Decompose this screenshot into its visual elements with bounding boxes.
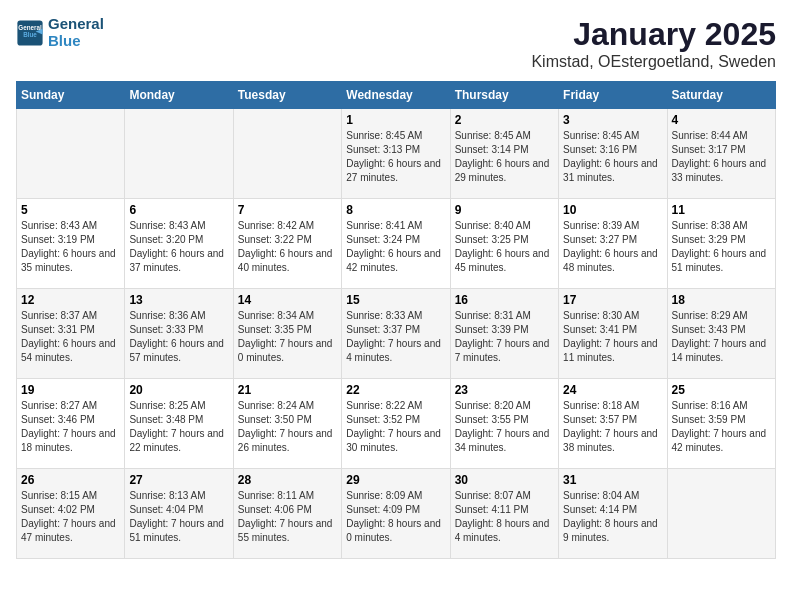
day-info: Sunrise: 8:24 AM Sunset: 3:50 PM Dayligh… — [238, 399, 337, 455]
title-area: January 2025 Kimstad, OEstergoetland, Sw… — [531, 16, 776, 71]
calendar-cell: 31Sunrise: 8:04 AM Sunset: 4:14 PM Dayli… — [559, 469, 667, 559]
calendar-cell: 2Sunrise: 8:45 AM Sunset: 3:14 PM Daylig… — [450, 109, 558, 199]
day-info: Sunrise: 8:13 AM Sunset: 4:04 PM Dayligh… — [129, 489, 228, 545]
day-info: Sunrise: 8:38 AM Sunset: 3:29 PM Dayligh… — [672, 219, 771, 275]
day-info: Sunrise: 8:27 AM Sunset: 3:46 PM Dayligh… — [21, 399, 120, 455]
day-number: 3 — [563, 113, 662, 127]
logo-line2: Blue — [48, 33, 104, 50]
day-number: 15 — [346, 293, 445, 307]
day-number: 14 — [238, 293, 337, 307]
calendar-cell: 26Sunrise: 8:15 AM Sunset: 4:02 PM Dayli… — [17, 469, 125, 559]
calendar-cell: 18Sunrise: 8:29 AM Sunset: 3:43 PM Dayli… — [667, 289, 775, 379]
day-number: 26 — [21, 473, 120, 487]
svg-text:General: General — [18, 24, 42, 31]
day-info: Sunrise: 8:43 AM Sunset: 3:20 PM Dayligh… — [129, 219, 228, 275]
calendar-cell: 17Sunrise: 8:30 AM Sunset: 3:41 PM Dayli… — [559, 289, 667, 379]
day-info: Sunrise: 8:04 AM Sunset: 4:14 PM Dayligh… — [563, 489, 662, 545]
calendar-cell: 6Sunrise: 8:43 AM Sunset: 3:20 PM Daylig… — [125, 199, 233, 289]
day-number: 24 — [563, 383, 662, 397]
day-info: Sunrise: 8:45 AM Sunset: 3:16 PM Dayligh… — [563, 129, 662, 185]
day-number: 8 — [346, 203, 445, 217]
header-wednesday: Wednesday — [342, 82, 450, 109]
day-number: 28 — [238, 473, 337, 487]
day-info: Sunrise: 8:43 AM Sunset: 3:19 PM Dayligh… — [21, 219, 120, 275]
day-number: 23 — [455, 383, 554, 397]
day-info: Sunrise: 8:31 AM Sunset: 3:39 PM Dayligh… — [455, 309, 554, 365]
calendar-cell — [125, 109, 233, 199]
day-number: 10 — [563, 203, 662, 217]
day-number: 1 — [346, 113, 445, 127]
calendar-cell: 24Sunrise: 8:18 AM Sunset: 3:57 PM Dayli… — [559, 379, 667, 469]
day-info: Sunrise: 8:20 AM Sunset: 3:55 PM Dayligh… — [455, 399, 554, 455]
calendar-cell: 19Sunrise: 8:27 AM Sunset: 3:46 PM Dayli… — [17, 379, 125, 469]
day-info: Sunrise: 8:37 AM Sunset: 3:31 PM Dayligh… — [21, 309, 120, 365]
day-number: 21 — [238, 383, 337, 397]
page-subtitle: Kimstad, OEstergoetland, Sweden — [531, 53, 776, 71]
calendar-cell: 30Sunrise: 8:07 AM Sunset: 4:11 PM Dayli… — [450, 469, 558, 559]
calendar-cell: 16Sunrise: 8:31 AM Sunset: 3:39 PM Dayli… — [450, 289, 558, 379]
calendar-cell: 15Sunrise: 8:33 AM Sunset: 3:37 PM Dayli… — [342, 289, 450, 379]
calendar-cell: 29Sunrise: 8:09 AM Sunset: 4:09 PM Dayli… — [342, 469, 450, 559]
calendar-cell: 9Sunrise: 8:40 AM Sunset: 3:25 PM Daylig… — [450, 199, 558, 289]
page-title: January 2025 — [531, 16, 776, 53]
header-thursday: Thursday — [450, 82, 558, 109]
day-info: Sunrise: 8:30 AM Sunset: 3:41 PM Dayligh… — [563, 309, 662, 365]
logo-line1: General — [48, 16, 104, 33]
calendar-cell: 13Sunrise: 8:36 AM Sunset: 3:33 PM Dayli… — [125, 289, 233, 379]
day-number: 25 — [672, 383, 771, 397]
day-number: 20 — [129, 383, 228, 397]
calendar-cell: 25Sunrise: 8:16 AM Sunset: 3:59 PM Dayli… — [667, 379, 775, 469]
day-info: Sunrise: 8:09 AM Sunset: 4:09 PM Dayligh… — [346, 489, 445, 545]
calendar-cell: 4Sunrise: 8:44 AM Sunset: 3:17 PM Daylig… — [667, 109, 775, 199]
day-number: 31 — [563, 473, 662, 487]
week-row-4: 26Sunrise: 8:15 AM Sunset: 4:02 PM Dayli… — [17, 469, 776, 559]
day-info: Sunrise: 8:22 AM Sunset: 3:52 PM Dayligh… — [346, 399, 445, 455]
calendar-cell: 14Sunrise: 8:34 AM Sunset: 3:35 PM Dayli… — [233, 289, 341, 379]
calendar-cell: 1Sunrise: 8:45 AM Sunset: 3:13 PM Daylig… — [342, 109, 450, 199]
day-number: 7 — [238, 203, 337, 217]
day-info: Sunrise: 8:41 AM Sunset: 3:24 PM Dayligh… — [346, 219, 445, 275]
day-info: Sunrise: 8:40 AM Sunset: 3:25 PM Dayligh… — [455, 219, 554, 275]
day-number: 4 — [672, 113, 771, 127]
day-number: 17 — [563, 293, 662, 307]
day-number: 6 — [129, 203, 228, 217]
week-row-0: 1Sunrise: 8:45 AM Sunset: 3:13 PM Daylig… — [17, 109, 776, 199]
day-info: Sunrise: 8:11 AM Sunset: 4:06 PM Dayligh… — [238, 489, 337, 545]
week-row-2: 12Sunrise: 8:37 AM Sunset: 3:31 PM Dayli… — [17, 289, 776, 379]
header-saturday: Saturday — [667, 82, 775, 109]
calendar-header-row: SundayMondayTuesdayWednesdayThursdayFrid… — [17, 82, 776, 109]
calendar-table: SundayMondayTuesdayWednesdayThursdayFrid… — [16, 81, 776, 559]
day-number: 9 — [455, 203, 554, 217]
day-number: 29 — [346, 473, 445, 487]
day-number: 30 — [455, 473, 554, 487]
calendar-cell: 12Sunrise: 8:37 AM Sunset: 3:31 PM Dayli… — [17, 289, 125, 379]
day-info: Sunrise: 8:39 AM Sunset: 3:27 PM Dayligh… — [563, 219, 662, 275]
calendar-cell — [667, 469, 775, 559]
calendar-cell: 8Sunrise: 8:41 AM Sunset: 3:24 PM Daylig… — [342, 199, 450, 289]
logo: General Blue General Blue — [16, 16, 104, 49]
day-info: Sunrise: 8:29 AM Sunset: 3:43 PM Dayligh… — [672, 309, 771, 365]
day-number: 13 — [129, 293, 228, 307]
day-info: Sunrise: 8:16 AM Sunset: 3:59 PM Dayligh… — [672, 399, 771, 455]
day-info: Sunrise: 8:45 AM Sunset: 3:14 PM Dayligh… — [455, 129, 554, 185]
calendar-cell: 3Sunrise: 8:45 AM Sunset: 3:16 PM Daylig… — [559, 109, 667, 199]
day-info: Sunrise: 8:07 AM Sunset: 4:11 PM Dayligh… — [455, 489, 554, 545]
week-row-1: 5Sunrise: 8:43 AM Sunset: 3:19 PM Daylig… — [17, 199, 776, 289]
day-number: 11 — [672, 203, 771, 217]
calendar-cell: 28Sunrise: 8:11 AM Sunset: 4:06 PM Dayli… — [233, 469, 341, 559]
calendar-cell: 27Sunrise: 8:13 AM Sunset: 4:04 PM Dayli… — [125, 469, 233, 559]
header-monday: Monday — [125, 82, 233, 109]
calendar-cell: 23Sunrise: 8:20 AM Sunset: 3:55 PM Dayli… — [450, 379, 558, 469]
day-number: 22 — [346, 383, 445, 397]
day-info: Sunrise: 8:45 AM Sunset: 3:13 PM Dayligh… — [346, 129, 445, 185]
day-number: 16 — [455, 293, 554, 307]
header: General Blue General Blue January 2025 K… — [16, 16, 776, 71]
day-info: Sunrise: 8:33 AM Sunset: 3:37 PM Dayligh… — [346, 309, 445, 365]
day-info: Sunrise: 8:25 AM Sunset: 3:48 PM Dayligh… — [129, 399, 228, 455]
day-number: 19 — [21, 383, 120, 397]
logo-icon: General Blue — [16, 19, 44, 47]
calendar-cell — [233, 109, 341, 199]
day-number: 18 — [672, 293, 771, 307]
calendar-cell — [17, 109, 125, 199]
day-info: Sunrise: 8:34 AM Sunset: 3:35 PM Dayligh… — [238, 309, 337, 365]
